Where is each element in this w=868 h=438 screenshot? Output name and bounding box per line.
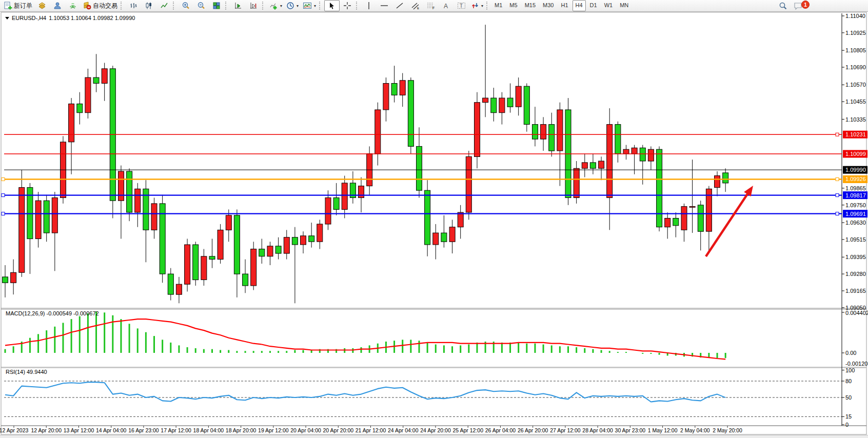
candle-up [516, 86, 521, 107]
price-tick-label: 1.09630 [845, 220, 866, 226]
line-anchor-marker[interactable] [836, 194, 839, 197]
indicators-button[interactable]: ▾ [267, 0, 284, 11]
line-anchor-marker[interactable] [2, 212, 5, 215]
price-tick-label: 1.09865 [845, 185, 866, 191]
line-anchor-marker[interactable] [836, 177, 839, 181]
chart-title: EURUSD-,H4 1.10053 1.10064 1.09982 1.099… [5, 15, 135, 21]
candle-up [449, 227, 455, 242]
chart-shift-icon [249, 2, 258, 10]
market-watch-icon [38, 2, 46, 10]
candle-up [433, 233, 439, 245]
crosshair-button[interactable] [340, 0, 355, 11]
timeframe-W1[interactable]: W1 [601, 0, 616, 11]
fibonacci-button[interactable]: F [423, 0, 438, 11]
line-chart-button[interactable] [156, 0, 172, 11]
time-axis-label: 12 Apr 2023 [0, 427, 28, 433]
notification-badge[interactable]: 1 [801, 1, 810, 9]
timeframe-MN[interactable]: MN [617, 0, 632, 11]
time-axis-label: 21 Apr 12:00 [356, 427, 386, 433]
candle-down [44, 201, 49, 233]
zoom-out-button[interactable] [193, 0, 209, 11]
candle-up [466, 156, 471, 212]
data-window-button[interactable] [50, 0, 65, 11]
new-order-label: 新订单 [14, 2, 32, 10]
candle-up [458, 212, 463, 227]
zoom-in-button[interactable] [178, 0, 193, 11]
candle-up [383, 84, 389, 110]
candle-down [673, 218, 679, 226]
tile-windows-button[interactable] [209, 0, 224, 11]
arrows-dropdown-caret[interactable]: ▾ [481, 4, 483, 8]
channel-button[interactable]: E [407, 0, 423, 11]
time-axis-label: 26 Apr 20:00 [518, 427, 548, 433]
bar-chart-icon [129, 2, 137, 10]
candlestick-chart-icon [145, 2, 153, 10]
symbol-dropdown-icon[interactable] [5, 17, 9, 19]
text-label-button[interactable]: T [453, 0, 469, 11]
text-button[interactable]: A [438, 0, 453, 11]
chart-title-symbol: EURUSD-,H4 [12, 15, 46, 21]
rsi-tick-label: 15 [845, 413, 852, 420]
candle-down [243, 274, 248, 286]
templates-button[interactable]: ▾ [301, 0, 318, 11]
zoom-out-icon [197, 2, 206, 10]
toolbar-grip [319, 2, 323, 10]
time-axis-label: 2 May 04:00 [680, 427, 710, 433]
navigator-icon [69, 2, 77, 10]
chart-shift-button[interactable] [246, 0, 261, 11]
horizontal-line-button[interactable] [377, 0, 392, 11]
candle-up [665, 218, 670, 227]
periods-dropdown-caret[interactable]: ▾ [297, 4, 299, 8]
price-tick-label: 1.10805 [845, 47, 866, 53]
line-anchor-marker[interactable] [2, 177, 5, 181]
auto-scroll-button[interactable] [230, 0, 246, 11]
timeframe-H4[interactable]: H4 [573, 0, 586, 11]
rsi-tick-label: 100 [845, 367, 855, 373]
candle-up [267, 246, 273, 256]
bar-chart-button[interactable] [126, 0, 141, 11]
timeframe-D1[interactable]: D1 [587, 0, 600, 11]
price-level-label-text: 1.10099 [845, 151, 866, 157]
timeframe-M30[interactable]: M30 [540, 0, 557, 11]
line-anchor-marker[interactable] [836, 212, 839, 215]
line-anchor-marker[interactable] [2, 194, 5, 197]
indicators-icon [269, 2, 278, 10]
price-tick-label: 1.10570 [845, 82, 866, 88]
chart-canvas[interactable]: 1.110401.109251.108051.106901.105701.104… [0, 0, 868, 438]
time-axis-label: 13 Apr 12:00 [64, 427, 94, 433]
time-axis-label: 19 Apr 12:00 [258, 427, 289, 433]
cursor-button[interactable] [324, 0, 340, 11]
candle-down [391, 84, 397, 95]
candlestick-chart-button[interactable] [141, 0, 156, 11]
candle-up [632, 148, 637, 153]
templates-dropdown-caret[interactable]: ▾ [314, 4, 316, 8]
trendline-button[interactable] [392, 0, 407, 11]
price-tick-label: 1.09395 [845, 254, 866, 260]
market-watch-button[interactable] [34, 0, 50, 11]
time-axis-label: 14 Apr 04:00 [96, 427, 127, 433]
periods-button[interactable]: ▾ [284, 0, 301, 11]
toolbar: 新订单 自动交易 [0, 0, 868, 12]
timeframe-M5[interactable]: M5 [506, 0, 520, 11]
candle-down [549, 125, 555, 151]
timeframe-M1[interactable]: M1 [491, 0, 505, 11]
candle-up [218, 230, 223, 259]
candle-up [499, 98, 505, 113]
price-level-label-text: 1.09990 [845, 167, 866, 173]
toolbar-grip [262, 2, 266, 10]
candle-up [301, 236, 306, 245]
candle-up [151, 204, 157, 230]
new-order-button[interactable]: 新订单 [2, 0, 34, 11]
line-anchor-marker[interactable] [836, 133, 839, 136]
trend-arrow-annotation[interactable] [706, 186, 753, 256]
timeframe-H1[interactable]: H1 [558, 0, 571, 11]
navigator-button[interactable] [65, 0, 81, 11]
arrows-button[interactable]: ▾ [469, 0, 485, 11]
autotrading-button[interactable]: 自动交易 [81, 0, 120, 11]
vertical-line-button[interactable] [361, 0, 377, 11]
timeframe-M15[interactable]: M15 [522, 0, 539, 11]
candle-down [640, 148, 645, 161]
trendline-icon [396, 2, 404, 10]
search-icon[interactable] [779, 2, 787, 10]
indicators-dropdown-caret[interactable]: ▾ [280, 4, 282, 8]
